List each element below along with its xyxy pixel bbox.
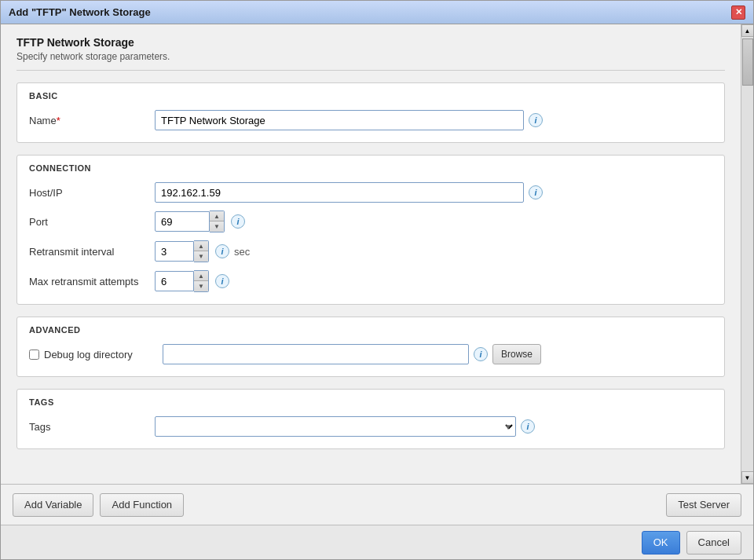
- titlebar: Add "TFTP" Network Storage ✕: [1, 1, 753, 24]
- footer-bar: OK Cancel: [1, 525, 753, 559]
- dialog: Add "TFTP" Network Storage ✕ TFTP Networ…: [0, 0, 754, 560]
- ok-button[interactable]: OK: [642, 531, 680, 555]
- scrollbar-thumb[interactable]: [742, 38, 753, 86]
- retransmit-label: Retransmit interval: [29, 246, 155, 258]
- retransmit-input[interactable]: [155, 241, 194, 262]
- host-row: Host/IP i: [29, 182, 712, 203]
- retransmit-info-icon[interactable]: i: [215, 244, 229, 258]
- retransmit-up-button[interactable]: ▲: [194, 241, 208, 251]
- max-retransmit-row: Max retransmit attempts ▲ ▼ i: [29, 270, 712, 292]
- port-spinner: ▲ ▼: [155, 210, 225, 232]
- port-input[interactable]: [155, 211, 210, 232]
- port-row: Port ▲ ▼ i: [29, 210, 712, 232]
- debug-info-icon[interactable]: i: [474, 347, 488, 361]
- name-info-icon[interactable]: i: [529, 113, 543, 127]
- bottom-left-buttons: Add Variable Add Function: [13, 493, 666, 517]
- max-retransmit-input[interactable]: [155, 271, 194, 291]
- scrollbar-down-button[interactable]: ▼: [741, 471, 754, 484]
- add-function-button[interactable]: Add Function: [100, 493, 184, 517]
- retransmit-spinner: ▲ ▼: [155, 240, 209, 262]
- header-title: TFTP Network Storage: [16, 36, 725, 49]
- tags-label: Tags: [29, 421, 155, 433]
- host-input[interactable]: [155, 182, 524, 203]
- scrollbar: ▲ ▼: [741, 24, 753, 484]
- add-variable-button[interactable]: Add Variable: [13, 493, 93, 517]
- port-down-button[interactable]: ▼: [210, 221, 224, 232]
- advanced-section: ADVANCED Debug log directory i Browse: [16, 317, 725, 377]
- max-retransmit-label: Max retransmit attempts: [29, 276, 155, 287]
- host-label: Host/IP: [29, 187, 155, 199]
- tags-select[interactable]: [155, 416, 516, 437]
- max-retransmit-info-icon[interactable]: i: [215, 274, 229, 288]
- basic-section: BASIC Name* i: [16, 82, 725, 143]
- close-button[interactable]: ✕: [731, 5, 745, 20]
- connection-section: CONNECTION Host/IP i Port ▲ ▼: [16, 155, 725, 305]
- tags-section-label: TAGS: [29, 397, 712, 407]
- max-retransmit-down-button[interactable]: ▼: [194, 281, 208, 291]
- debug-checkbox-container: Debug log directory: [29, 349, 155, 361]
- cancel-button[interactable]: Cancel: [686, 531, 741, 555]
- retransmit-spinner-buttons: ▲ ▼: [194, 240, 209, 262]
- retransmit-down-button[interactable]: ▼: [194, 251, 208, 262]
- port-spinner-buttons: ▲ ▼: [210, 210, 225, 232]
- header-section: TFTP Network Storage Specify network sto…: [16, 36, 725, 71]
- header-subtitle: Specify network storage parameters.: [16, 51, 725, 62]
- host-info-icon[interactable]: i: [529, 185, 543, 199]
- max-retransmit-up-button[interactable]: ▲: [194, 271, 208, 281]
- max-retransmit-spinner: ▲ ▼: [155, 270, 209, 292]
- scrollable-content: TFTP Network Storage Specify network sto…: [1, 24, 741, 484]
- name-label: Name*: [29, 115, 155, 126]
- port-info-icon[interactable]: i: [231, 214, 245, 229]
- browse-button[interactable]: Browse: [492, 344, 541, 364]
- basic-section-label: BASIC: [29, 91, 712, 101]
- name-input[interactable]: [155, 110, 524, 130]
- tags-info-icon[interactable]: i: [521, 419, 535, 434]
- test-server-button[interactable]: Test Server: [666, 493, 741, 517]
- dialog-title: Add "TFTP" Network Storage: [9, 6, 151, 18]
- connection-section-label: CONNECTION: [29, 163, 712, 173]
- bottom-right-buttons: Test Server: [666, 493, 741, 517]
- tags-section: TAGS Tags ▼ i: [16, 389, 725, 449]
- scrollbar-up-button[interactable]: ▲: [741, 24, 754, 37]
- tags-select-wrapper: ▼: [155, 416, 516, 437]
- tags-row: Tags ▼ i: [29, 416, 712, 437]
- bottom-bar: Add Variable Add Function Test Server: [1, 484, 753, 525]
- name-row: Name* i: [29, 110, 712, 130]
- port-up-button[interactable]: ▲: [210, 211, 224, 221]
- max-retransmit-spinner-buttons: ▲ ▼: [194, 270, 209, 292]
- retransmit-row: Retransmit interval ▲ ▼ i sec: [29, 240, 712, 262]
- advanced-section-label: ADVANCED: [29, 325, 712, 335]
- retransmit-unit: sec: [234, 246, 250, 258]
- debug-checkbox[interactable]: [29, 350, 39, 360]
- debug-label: Debug log directory: [44, 349, 133, 361]
- port-label: Port: [29, 216, 155, 228]
- content-area: TFTP Network Storage Specify network sto…: [1, 24, 753, 484]
- debug-input[interactable]: [163, 344, 469, 364]
- debug-row: Debug log directory i Browse: [29, 344, 712, 364]
